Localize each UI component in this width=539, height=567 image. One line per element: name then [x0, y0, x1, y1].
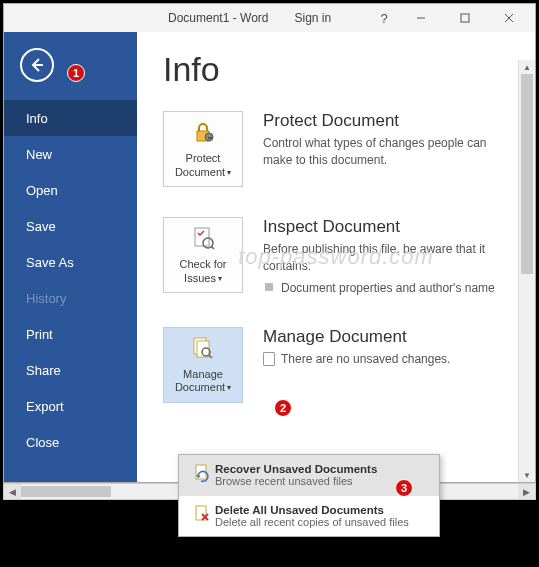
sidebar-item-label: Save — [26, 219, 56, 234]
svg-rect-1 — [461, 14, 469, 22]
svg-line-10 — [211, 246, 214, 249]
annotation-badge-2: 2 — [274, 399, 292, 417]
protect-section: Protect Document▾ Protect Document Contr… — [163, 111, 513, 187]
sidebar-item-open[interactable]: Open — [4, 172, 137, 208]
back-button[interactable] — [20, 48, 54, 82]
hscroll-thumb[interactable] — [21, 486, 111, 497]
sidebar-item-label: Open — [26, 183, 58, 198]
close-button[interactable] — [487, 4, 531, 32]
sidebar-item-close[interactable]: Close — [4, 424, 137, 460]
recover-icon — [189, 463, 215, 487]
sidebar-item-label: Print — [26, 327, 53, 342]
document-icon — [263, 352, 275, 366]
protect-body: Control what types of changes people can… — [263, 135, 513, 169]
sidebar-item-print[interactable]: Print — [4, 316, 137, 352]
scroll-up-arrow[interactable]: ▲ — [519, 60, 535, 74]
protect-document-button[interactable]: Protect Document▾ — [163, 111, 243, 187]
manage-document-button[interactable]: Manage Document▾ — [163, 327, 243, 403]
document-search-icon — [190, 335, 216, 364]
sidebar-item-save[interactable]: Save — [4, 208, 137, 244]
manage-body: There are no unsaved changes. — [263, 351, 513, 368]
sidebar-item-history: History — [4, 280, 137, 316]
chevron-down-icon: ▾ — [218, 274, 222, 284]
sidebar-item-label: Export — [26, 399, 64, 414]
dropdown-item-title: Delete All Unsaved Documents — [215, 504, 429, 516]
sidebar-item-saveas[interactable]: Save As — [4, 244, 137, 280]
delete-unsaved-item[interactable]: Delete All Unsaved Documents Delete all … — [179, 496, 439, 536]
sidebar-item-label: Save As — [26, 255, 74, 270]
page-title: Info — [163, 50, 513, 89]
chevron-down-icon: ▾ — [227, 168, 231, 178]
inspect-section: Check for Issues▾ Inspect Document Befor… — [163, 217, 513, 297]
sidebar-item-label: Info — [26, 111, 48, 126]
sidebar-item-export[interactable]: Export — [4, 388, 137, 424]
info-page: top-password.com Info Protect Document▾ … — [137, 32, 535, 482]
scroll-thumb[interactable] — [521, 74, 533, 274]
scroll-left-arrow[interactable]: ◀ — [4, 484, 21, 499]
manage-heading: Manage Document — [263, 327, 513, 347]
signin-link[interactable]: Sign in — [294, 11, 331, 25]
dropdown-item-sub: Delete all recent copies of unsaved file… — [215, 516, 409, 528]
check-for-issues-button[interactable]: Check for Issues▾ — [163, 217, 243, 293]
checklist-icon — [190, 225, 216, 254]
chevron-down-icon: ▾ — [227, 383, 231, 393]
sidebar-item-label: New — [26, 147, 52, 162]
lock-icon — [190, 119, 216, 148]
inspect-bullet: Document properties and author's name — [263, 279, 513, 297]
sidebar-item-label: Share — [26, 363, 61, 378]
sidebar-item-info[interactable]: Info — [4, 100, 137, 136]
sidebar-item-new[interactable]: New — [4, 136, 137, 172]
sidebar-item-label: Close — [26, 435, 59, 450]
inspect-body: Before publishing this file, be aware th… — [263, 241, 513, 275]
svg-rect-7 — [208, 137, 213, 139]
scroll-down-arrow[interactable]: ▼ — [519, 468, 535, 482]
manage-section: Manage Document▾ Manage Document There a… — [163, 327, 513, 403]
delete-icon — [189, 504, 215, 528]
svg-line-14 — [209, 355, 212, 358]
svg-rect-8 — [195, 228, 209, 246]
dropdown-item-title: Recover Unsaved Documents — [215, 463, 429, 475]
annotation-badge-3: 3 — [395, 479, 413, 497]
backstage-sidebar: Info New Open Save Save As History Print… — [4, 32, 137, 482]
scroll-right-arrow[interactable]: ▶ — [518, 484, 535, 499]
inspect-heading: Inspect Document — [263, 217, 513, 237]
help-button[interactable]: ? — [369, 4, 399, 32]
minimize-button[interactable] — [399, 4, 443, 32]
annotation-badge-1: 1 — [67, 64, 85, 82]
maximize-button[interactable] — [443, 4, 487, 32]
vertical-scrollbar[interactable]: ▲ ▼ — [518, 60, 535, 482]
sidebar-item-label: History — [26, 291, 66, 306]
window-title: Document1 - Word — [168, 11, 268, 25]
protect-heading: Protect Document — [263, 111, 513, 131]
titlebar: Document1 - Word Sign in ? — [4, 4, 535, 32]
dropdown-item-sub: Browse recent unsaved files — [215, 475, 353, 487]
sidebar-item-share[interactable]: Share — [4, 352, 137, 388]
